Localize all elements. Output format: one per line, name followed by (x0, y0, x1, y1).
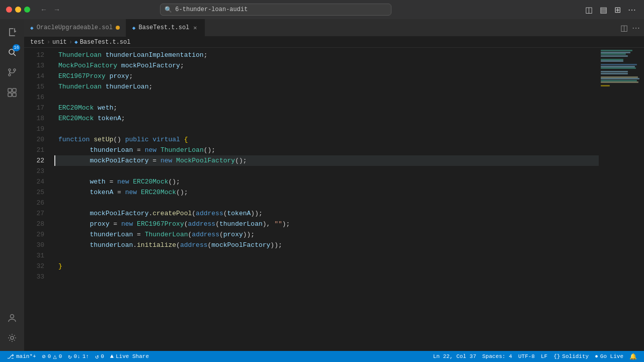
svg-rect-14 (13, 93, 16, 97)
activity-settings[interactable] (3, 329, 21, 347)
activity-git[interactable] (3, 63, 21, 81)
position-text: Ln 22, Col 37 (433, 353, 476, 359)
minimap-canvas (599, 50, 644, 351)
code-line-33 (54, 272, 599, 282)
language-icon: {} (553, 353, 560, 359)
activity-avatar[interactable] (3, 309, 21, 327)
code-line-22: mockPoolFactory = new MockPoolFactory(); (54, 155, 599, 166)
back-button[interactable]: ← (38, 5, 49, 15)
golive-label: Go Live (600, 353, 623, 359)
upload-count: 1↑ (83, 353, 89, 359)
svg-line-6 (14, 54, 16, 56)
activity-search[interactable]: 16 (3, 43, 21, 61)
status-golive[interactable]: ● Go Live (592, 351, 626, 362)
status-position[interactable]: Ln 22, Col 37 (430, 351, 479, 362)
svg-point-9 (9, 74, 11, 76)
eol-text: LF (541, 353, 547, 359)
error-icon: ⊘ (42, 353, 46, 360)
split-editor-button[interactable]: ◫ (583, 4, 595, 16)
status-eol[interactable]: LF (538, 351, 550, 362)
code-line-30: thunderLoan.initialize(address(mockPoolF… (54, 240, 599, 250)
svg-marker-4 (14, 31, 16, 33)
status-bar: ⎇ main*+ ⊘ 0 △ 0 ↻ 0↓ 1↑ ↺ 0 ▲ Live Shar… (0, 351, 644, 362)
code-line-32: } (54, 261, 599, 272)
liveshare-icon: ▲ (110, 353, 114, 360)
toggle-sidebar-button[interactable]: ▤ (598, 4, 609, 16)
title-bar: ← → 🔍 6-thunder-loan-audit ◫ ▤ ⊞ ⋯ (0, 0, 644, 19)
bell-icon: 🔔 (629, 353, 637, 360)
info-count: 0↓ (74, 353, 80, 359)
code-line-29: thunderLoan = ThunderLoan(address(proxy)… (54, 229, 599, 240)
code-line-18: ERC20Mock tokenA; (54, 113, 599, 124)
activity-extensions[interactable] (3, 83, 21, 102)
code-line-23 (54, 166, 599, 176)
code-line-14: ERC1967Proxy proxy; (54, 71, 599, 81)
layout-buttons: ◫ ▤ ⊞ ⋯ (583, 4, 638, 16)
activity-files[interactable] (3, 23, 21, 41)
svg-rect-1 (9, 28, 10, 36)
activity-bar: 16 (0, 19, 24, 351)
code-line-27: mockPoolFactory.createPool(address(token… (54, 208, 599, 219)
search-text: 6-thunder-loan-audit (175, 6, 248, 13)
code-content[interactable]: ThunderLoan thunderLoanImplementation; M… (54, 48, 599, 351)
tab-basetest[interactable]: ◆ BaseTest.t.sol ✕ (126, 19, 205, 37)
main-area: 16 (0, 19, 644, 351)
code-line-13: MockPoolFactory mockPoolFactory; (54, 60, 599, 71)
code-line-12: ThunderLoan thunderLoanImplementation; (54, 50, 599, 60)
traffic-lights (6, 7, 30, 13)
breadcrumb-unit[interactable]: unit (52, 39, 67, 46)
search-badge: 16 (13, 44, 20, 51)
oracle-tab-label: OracleUpgradeable.sol (37, 24, 113, 31)
split-editor-right[interactable]: ◫ (620, 23, 628, 33)
status-branch[interactable]: ⎇ main*+ (4, 351, 39, 362)
line-numbers: 12 13 14 15 16 17 18 19 20 21 22 23 24 2… (24, 48, 54, 351)
code-line-31 (54, 250, 599, 261)
golive-icon: ● (595, 353, 598, 359)
forward-button[interactable]: → (51, 5, 62, 15)
status-errors[interactable]: ⊘ 0 △ 0 (39, 351, 65, 362)
status-sync[interactable]: ↺ 0 (92, 351, 107, 362)
spaces-text: Spaces: 4 (482, 353, 512, 359)
sync-count: 0 (101, 353, 104, 359)
customize-layout-button[interactable]: ⋯ (626, 4, 638, 16)
svg-point-16 (11, 336, 14, 339)
layout-grid-button[interactable]: ⊞ (612, 4, 623, 16)
breadcrumb-test[interactable]: test (30, 39, 45, 46)
status-notifications[interactable]: 🔔 (626, 351, 640, 362)
encoding-text: UTF-8 (518, 353, 535, 359)
svg-rect-11 (8, 88, 12, 92)
warning-count: 0 (59, 353, 62, 359)
search-bar[interactable]: 🔍 6-thunder-loan-audit (160, 4, 391, 16)
maximize-button[interactable] (24, 7, 30, 13)
basetest-tab-label: BaseTest.t.sol (138, 24, 189, 31)
status-spaces[interactable]: Spaces: 4 (479, 351, 515, 362)
code-line-28: proxy = new ERC1967Proxy(address(thunder… (54, 219, 599, 229)
liveshare-label: Live Share (116, 353, 149, 359)
breadcrumb: test › unit › ◆ BaseTest.t.sol (24, 37, 644, 48)
tab-oracle[interactable]: ◆ OracleUpgradeable.sol (24, 19, 126, 37)
more-actions-button[interactable]: ⋯ (632, 23, 640, 33)
status-language[interactable]: {} Solidity (550, 351, 592, 362)
search-icon: 🔍 (165, 6, 172, 14)
branch-name: main*+ (16, 353, 36, 359)
basetest-close-button[interactable]: ✕ (192, 23, 198, 33)
tabs-bar: ◆ OracleUpgradeable.sol ◆ BaseTest.t.sol… (24, 19, 644, 37)
status-info[interactable]: ↻ 0↓ 1↑ (65, 351, 92, 362)
code-line-21: thunderLoan = new ThunderLoan(); (54, 145, 599, 155)
editor-area: ◆ OracleUpgradeable.sol ◆ BaseTest.t.sol… (24, 19, 644, 351)
status-liveshare[interactable]: ▲ Live Share (107, 351, 152, 362)
code-line-24: weth = new ERC20Mock(); (54, 176, 599, 187)
minimize-button[interactable] (15, 7, 21, 13)
svg-rect-13 (8, 93, 12, 97)
code-line-20: function setUp() public virtual { (54, 134, 599, 145)
svg-point-8 (14, 69, 16, 71)
oracle-modified-indicator (116, 26, 120, 30)
status-encoding[interactable]: UTF-8 (515, 351, 538, 362)
code-line-17: ERC20Mock weth; (54, 103, 599, 113)
code-editor[interactable]: 12 13 14 15 16 17 18 19 20 21 22 23 24 2… (24, 48, 644, 351)
nav-arrows: ← → (38, 5, 62, 15)
error-count: 0 (48, 353, 51, 359)
close-button[interactable] (6, 7, 12, 13)
breadcrumb-file[interactable]: BaseTest.t.sol (80, 39, 131, 46)
info-icon: ↻ (68, 353, 71, 360)
